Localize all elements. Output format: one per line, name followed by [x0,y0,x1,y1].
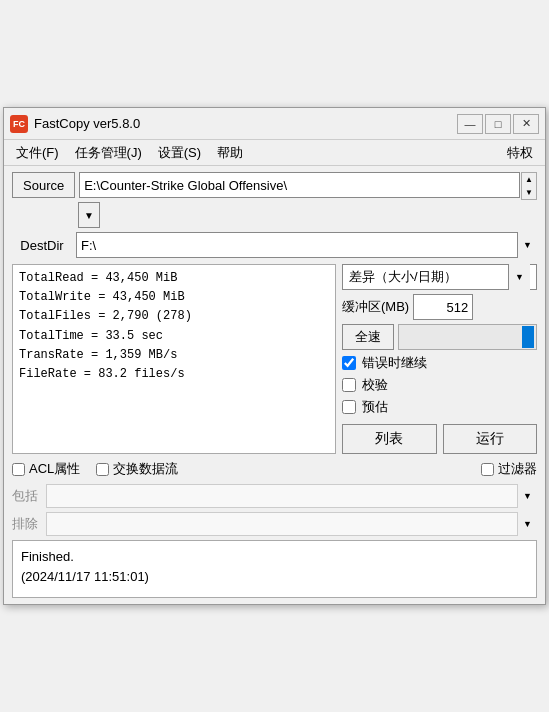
continue-error-checkbox[interactable] [342,356,356,370]
destdir-row: DestDir F:\ ▼ [12,232,537,258]
continue-error-row: 错误时继续 [342,354,537,372]
stats-panel: TotalRead = 43,450 MiB TotalWrite = 43,4… [12,264,336,454]
buffer-input[interactable] [413,294,473,320]
include-filter-row: 包括 ▼ [12,484,537,508]
estimate-row: 预估 [342,398,537,416]
mode-dropdown-icon[interactable]: ▼ [508,264,530,290]
app-icon: FC [10,115,28,133]
stat-line-3: TotalFiles = 2,790 (278) [19,307,329,326]
speed-slider-thumb[interactable] [522,326,534,348]
acl-checkbox[interactable] [12,463,25,476]
filter-checkbox[interactable] [481,463,494,476]
include-select-wrap: ▼ [46,484,537,508]
speed-slider-fill [399,325,536,349]
stat-line-1: TotalRead = 43,450 MiB [19,269,329,288]
source-scroll-down[interactable]: ▼ [522,186,536,199]
stat-line-6: FileRate = 83.2 files/s [19,365,329,384]
estimate-label[interactable]: 预估 [362,398,388,416]
estimate-checkbox[interactable] [342,400,356,414]
stat-line-5: TransRate = 1,359 MB/s [19,346,329,365]
stat-line-2: TotalWrite = 43,450 MiB [19,288,329,307]
exclude-select[interactable] [46,512,537,536]
include-label: 包括 [12,487,40,505]
stream-item: 交换数据流 [96,460,178,478]
destdir-label: DestDir [12,238,72,253]
window-title: FastCopy ver5.8.0 [34,116,457,131]
source-scrollbar: ▲ ▼ [521,172,537,200]
mode-label: 差异（大小/日期） [349,268,508,286]
maximize-button[interactable]: □ [485,114,511,134]
minimize-button[interactable]: — [457,114,483,134]
menu-help[interactable]: 帮助 [209,142,251,164]
status-line-2: (2024/11/17 11:51:01) [21,567,528,587]
exclude-select-wrap: ▼ [46,512,537,536]
verify-row: 校验 [342,376,537,394]
speed-button[interactable]: 全速 [342,324,394,350]
mode-select-box[interactable]: 差异（大小/日期） ▼ [342,264,537,290]
source-row: Source E:\Counter-Strike Global Offensiv… [12,172,537,200]
options-panel: 差异（大小/日期） ▼ 缓冲区(MB) 全速 [342,264,537,454]
action-buttons: 列表 运行 [342,424,537,454]
menu-bar: 文件(F) 任务管理(J) 设置(S) 帮助 特权 [4,140,545,166]
source-scroll-up[interactable]: ▲ [522,173,536,186]
acl-row: ACL属性 交换数据流 过滤器 [12,460,537,478]
source-dropdown-button[interactable]: ▼ [78,202,100,228]
verify-label[interactable]: 校验 [362,376,388,394]
menu-settings[interactable]: 设置(S) [150,142,209,164]
stream-checkbox[interactable] [96,463,109,476]
destdir-select-wrapper: F:\ ▼ [76,232,537,258]
verify-checkbox[interactable] [342,378,356,392]
menu-special[interactable]: 特权 [499,142,541,164]
acl-label[interactable]: ACL属性 [29,460,80,478]
title-bar: FC FastCopy ver5.8.0 — □ ✕ [4,108,545,140]
filter-label[interactable]: 过滤器 [498,460,537,478]
source-button[interactable]: Source [12,172,75,198]
close-button[interactable]: ✕ [513,114,539,134]
title-buttons: — □ ✕ [457,114,539,134]
continue-error-label[interactable]: 错误时继续 [362,354,427,372]
bottom-panels: TotalRead = 43,450 MiB TotalWrite = 43,4… [12,264,537,454]
menu-task[interactable]: 任务管理(J) [67,142,150,164]
source-dropdown-row: ▼ [76,202,537,228]
mode-select-row: 差异（大小/日期） ▼ [342,264,537,290]
buffer-label: 缓冲区(MB) [342,298,409,316]
speed-slider[interactable] [398,324,537,350]
stat-line-4: TotalTime = 33.5 sec [19,327,329,346]
source-path-box[interactable]: E:\Counter-Strike Global Offensive\ [79,172,520,198]
buffer-row: 缓冲区(MB) [342,294,537,320]
main-content: Source E:\Counter-Strike Global Offensiv… [4,166,545,604]
acl-item: ACL属性 [12,460,80,478]
status-bar: Finished. (2024/11/17 11:51:01) [12,540,537,598]
source-path-text: E:\Counter-Strike Global Offensive\ [84,178,287,193]
filter-check-item: 过滤器 [481,460,537,478]
exclude-label: 排除 [12,515,40,533]
include-select[interactable] [46,484,537,508]
exclude-filter-row: 排除 ▼ [12,512,537,536]
list-button[interactable]: 列表 [342,424,437,454]
status-line-1: Finished. [21,547,528,567]
main-window: FC FastCopy ver5.8.0 — □ ✕ 文件(F) 任务管理(J)… [3,107,546,605]
destdir-select[interactable]: F:\ [76,232,537,258]
stream-label[interactable]: 交换数据流 [113,460,178,478]
menu-file[interactable]: 文件(F) [8,142,67,164]
speed-row: 全速 [342,324,537,350]
run-button[interactable]: 运行 [443,424,538,454]
